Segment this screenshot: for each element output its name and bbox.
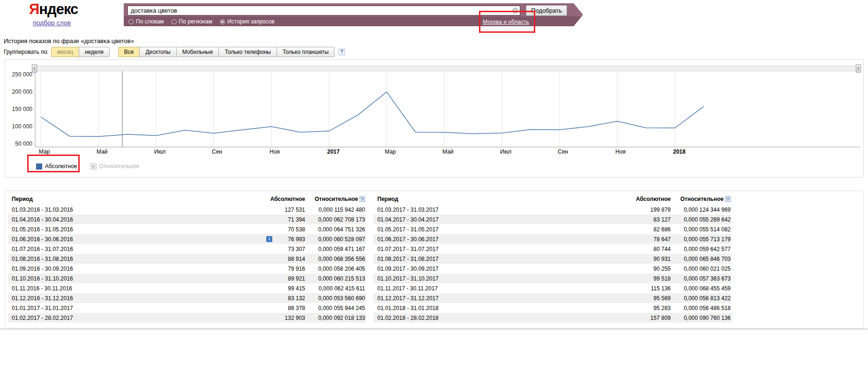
y-axis-label: 100 000 [12,123,33,130]
x-axis-label: Июл [154,148,165,155]
period-cell: 01.10.2017 - 31.10.2017 [374,275,598,282]
device-button-tablets-only[interactable]: Только планшеты [277,47,335,57]
bottom-divider [0,329,868,329]
table-header-row: ПериодАбсолютноеОтносительное? [8,193,366,205]
period-cell: 01.03.2016 - 31.03.2016 [8,207,232,213]
table-row: 01.08.2016 - 31.08.201688 9140,000 068 3… [8,254,366,264]
slider-right-handle[interactable]: ∥ [856,64,861,73]
relative-cell: 0,000 064 751 326 [305,226,366,233]
device-filter-buttons: ВсеДесктопыМобильныеТолько телефоныТольк… [118,47,335,57]
history-tables-panel: ПериодАбсолютноеОтносительное?01.03.2016… [5,191,864,328]
table-row: 01.10.2016 - 31.10.201689 9210,000 060 2… [8,274,366,283]
absolute-cell: 115 136 [598,285,671,292]
radio-label: По словам [136,18,164,25]
device-button-phones-only[interactable]: Только телефоны [218,47,277,57]
relative-cell: 0,000 060 021 025 [671,266,732,272]
absolute-value: 79 916 [288,266,305,272]
period-cell: 01.07.2017 - 31.07.2017 [374,246,598,252]
search-input[interactable] [127,6,520,15]
relative-cell: 0,000 057 363 673 [671,275,732,282]
logo-first-letter: Я [29,1,39,17]
relative-cell: 0,000 053 560 690 [305,295,366,302]
period-cell: 01.06.2016 - 30.06.2016 [8,236,232,243]
x-axis-label: Май [97,148,108,155]
radio-mode-by-words[interactable]: По словам [128,18,164,25]
history-table-1: ПериодАбсолютноеОтносительное?01.03.2016… [8,193,366,323]
radio-mode-by-regions[interactable]: По регионам [172,18,212,25]
table-row: 01.11.2017 - 30.11.2017115 1360,000 068 … [374,283,732,293]
absolute-value: 95 283 [653,305,671,311]
absolute-cell: 83 127 [598,216,671,223]
table-row: 01.11.2016 - 30.11.201699 4150,000 062 4… [8,283,366,293]
x-axis-label: Мар [39,148,50,155]
period-cell: 01.03.2017 - 31.03.2017 [374,207,598,213]
x-axis-label: 2018 [673,148,686,155]
absolute-cell: 157 809 [598,315,671,321]
device-button-all[interactable]: Все [118,47,140,57]
chart-svg: МарМайИюлСенНоя2017МарМайИюлСенНоя201825… [5,70,863,162]
radio-mode-query-history[interactable]: История запросов [220,18,275,25]
device-button-desktops[interactable]: Десктопы [139,47,176,57]
table-row: 01.03.2017 - 31.03.2017199 8790,000 124 … [374,205,732,214]
table-row: 01.01.2018 - 31.01.201895 2830,000 056 4… [374,303,732,313]
relative-header-label: Относительное [681,196,724,202]
table-row: 01.12.2016 - 31.12.201683 1320,000 053 5… [8,293,366,303]
absolute-value: 99 518 [653,275,671,282]
annotation-region-highlight [479,11,535,33]
slider-left-handle[interactable]: ∥ [32,64,37,73]
legend-item-relative[interactable]: ✕Относительное [90,163,140,170]
annotation-legend-highlight [27,155,80,172]
table-row: 01.10.2017 - 31.10.201799 5180,000 057 3… [374,274,732,283]
absolute-cell: 89 921 [232,275,305,282]
period-header: Период [374,196,598,202]
period-cell: 01.06.2017 - 30.06.2017 [374,236,598,243]
period-cell: 01.04.2017 - 30.04.2017 [374,216,598,223]
yandex-logo[interactable]: Яндекс [29,1,78,18]
absolute-value: 132 903 [285,315,305,321]
relative-cell: 0,000 055 944 245 [305,305,366,311]
table-row: 01.05.2016 - 31.05.201670 5380,000 064 7… [8,224,366,234]
wordstat-service-link[interactable]: подбор слов [33,19,71,27]
absolute-cell: 79 916 [232,266,305,272]
radio-icon [128,19,134,24]
table-row: 01.09.2017 - 30.09.201790 2550,000 060 0… [374,264,732,274]
relative-header-label: Относительное [315,196,358,202]
absolute-value: 127 531 [285,207,305,213]
table-row: 01.02.2018 - 28.02.2018157 8090,000 090 … [374,313,732,323]
x-axis-label: Ноя [269,148,280,155]
relative-help-icon[interactable]: ? [359,196,365,202]
group-button-week[interactable]: неделя [79,47,110,57]
relative-cell: 0,000 068 455 459 [671,285,732,292]
absolute-value: 88 914 [288,256,305,262]
radio-label: История запросов [227,18,275,25]
absolute-value: 73 307 [288,246,305,252]
table-row: 01.04.2017 - 30.04.201783 1270,000 055 2… [374,214,732,224]
absolute-header: Абсолютное [598,196,671,202]
absolute-value: 89 921 [288,275,305,282]
relative-cell: 0,000 124 344 969 [671,207,732,213]
logo-rest: ндекс [39,1,78,17]
table-row: 01.05.2017 - 31.05.201782 6860,000 055 5… [374,224,732,234]
y-axis-label: 250 000 [12,71,33,78]
table-row: 01.02.2017 - 28.02.2017132 9030,000 092 … [8,313,366,323]
x-axis-label: Май [442,148,454,155]
x-axis-label: Сен [212,148,222,155]
relative-help-icon[interactable]: ? [725,196,731,202]
group-button-month[interactable]: месяц [51,47,79,57]
relative-cell: 0,000 059 471 167 [305,246,366,252]
absolute-cell: 95 283 [598,305,671,311]
device-help-icon[interactable]: ? [338,49,345,55]
device-button-mobile[interactable]: Мобильные [176,47,219,57]
x-axis-label: Мар [385,148,396,155]
period-cell: 01.01.2018 - 31.01.2018 [374,305,598,311]
period-cell: 01.05.2016 - 31.05.2016 [8,226,232,233]
x-axis-label: 2017 [327,148,340,155]
tables-row: ПериодАбсолютноеОтносительное?01.03.2016… [8,193,861,323]
info-icon[interactable]: i [266,236,272,242]
period-cell: 01.04.2016 - 30.04.2016 [8,216,232,223]
table-row: 01.07.2017 - 31.07.201780 7440,000 059 6… [374,244,732,254]
absolute-cell: 80 744 [598,246,671,252]
absolute-value: 83 127 [653,216,671,223]
table-row: 01.04.2016 - 30.04.201671 3940,000 062 7… [8,214,366,224]
table-row: 01.09.2016 - 30.09.201679 9160,000 058 2… [8,264,366,274]
